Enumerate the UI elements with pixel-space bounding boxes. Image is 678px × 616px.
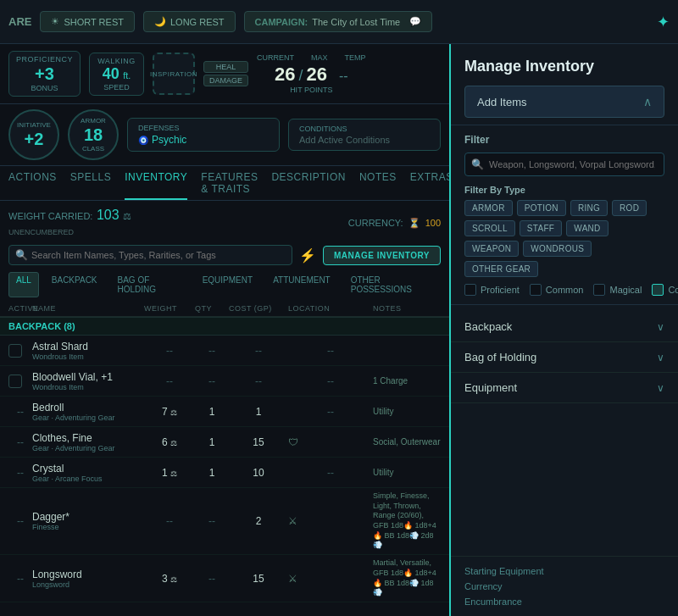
bag-tab-backpack[interactable]: BACKPACK <box>44 272 105 297</box>
type-chip-rod[interactable]: ROD <box>612 200 647 216</box>
add-items-dropdown[interactable]: Add Items ∧ <box>464 86 664 118</box>
heal-button[interactable]: HEAL <box>203 61 248 73</box>
table-row: -- Crystal Gear · Arcane Focus 1 ⚖ 1 10 … <box>0 458 449 488</box>
chevron-up-icon: ∧ <box>643 95 652 108</box>
section-equipment[interactable]: Equipment ∨ <box>451 373 678 403</box>
col-name: NAME <box>32 304 144 313</box>
bag-tab-other-possessions[interactable]: OTHER POSSESSIONS <box>343 272 441 297</box>
top-bar: ARE ☀ SHORT REST 🌙 LONG REST CAMPAIGN: T… <box>0 0 678 44</box>
defenses-box: DEFENSES 🧿 Psychic <box>127 118 280 152</box>
col-active: ACTIVE <box>8 304 32 313</box>
proficiency-box: PROFICIENCY +3 BONUS <box>8 51 81 97</box>
search-row: 🔍 ⚡ MANAGE INVENTORY <box>0 241 449 269</box>
add-items-label: Add Items <box>477 96 527 108</box>
type-chip-scroll[interactable]: SCROLL <box>464 220 515 236</box>
type-chip-other-gear[interactable]: OTHER GEAR <box>464 261 538 277</box>
filter-by-type-title: Filter By Type <box>464 185 664 195</box>
short-rest-icon: ☀ <box>51 16 59 27</box>
backpack-section-header: BACKPACK (8) <box>0 317 449 336</box>
encumbrance-link[interactable]: Encumbrance <box>464 594 664 609</box>
item-checkbox-bloodwell-vial[interactable] <box>8 375 22 388</box>
bag-tab-all[interactable]: ALL <box>8 272 39 297</box>
table-row: Astral Shard Wondrous Item -- -- -- -- <box>0 336 449 366</box>
section-backpack-chevron: ∨ <box>657 321 664 333</box>
filter-search-icon: 🔍 <box>471 158 484 170</box>
tab-notes[interactable]: NOTES <box>359 171 397 200</box>
long-rest-button[interactable]: 🌙 LONG REST <box>143 11 236 32</box>
checkbox-common[interactable]: Common <box>530 284 584 296</box>
type-chip-ring[interactable]: RING <box>570 200 608 216</box>
col-location: LOCATION <box>288 304 373 313</box>
campaign-badge: CAMPAIGN: The City of Lost Time 💬 <box>244 11 433 32</box>
filter-title: Filter <box>464 134 664 146</box>
col-notes: NOTES <box>373 304 441 313</box>
type-chip-armor[interactable]: ARMOR <box>464 200 513 216</box>
filter-search-wrap: 🔍 <box>464 153 664 176</box>
col-weight: WEIGHT <box>144 304 195 313</box>
short-rest-button[interactable]: ☀ SHORT REST <box>40 11 135 32</box>
hp-section: CURRENT MAX TEMP 26 / 26 -- HIT POINTS <box>257 53 366 94</box>
tab-description[interactable]: DESCRIPTION <box>271 171 346 200</box>
table-row: Bloodwell Vial, +1 Wondrous Item -- -- -… <box>0 366 449 397</box>
inspiration-box: INSPIRATION <box>153 53 195 95</box>
bag-tab-equipment[interactable]: EQUIPMENT <box>195 272 260 297</box>
bag-tabs: ALL BACKPACK BAG OF HOLDING EQUIPMENT AT… <box>0 269 449 301</box>
tab-features[interactable]: FEATURES & TRAITS <box>201 171 258 200</box>
search-wrap: 🔍 <box>8 245 292 265</box>
tab-extras[interactable]: EXTRAS <box>410 171 449 200</box>
bag-tab-bag-of-holding[interactable]: BAG OF HOLDING <box>110 272 190 297</box>
sections-list: Backpack ∨ Bag of Holding ∨ Equipment ∨ <box>451 305 678 556</box>
type-chip-weapon[interactable]: WEAPON <box>464 241 519 257</box>
inventory-table-header: ACTIVE NAME WEIGHT QTY COST (GP) LOCATIO… <box>0 301 449 317</box>
tab-actions[interactable]: ACTIONS <box>8 171 57 200</box>
table-row: -- Clothes, Fine Gear · Adventuring Gear… <box>0 427 449 458</box>
checkbox-container[interactable]: Container <box>652 284 678 296</box>
type-chips: ARMOR POTION RING ROD SCROLL STAFF WAND … <box>464 200 664 277</box>
nav-tabs: ACTIONS SPELLS INVENTORY FEATURES & TRAI… <box>0 166 449 201</box>
checkbox-row: Proficient Common Magical Container <box>464 284 664 296</box>
section-bag-chevron: ∨ <box>657 352 664 363</box>
star-icon: ✦ <box>657 13 670 31</box>
initiative-box: INITIATIVE +2 <box>8 109 59 160</box>
main-layout: PROFICIENCY +3 BONUS WALKING 40 ft. SPEE… <box>0 44 678 616</box>
filter-icon[interactable]: ⚡ <box>299 247 316 264</box>
left-panel: PROFICIENCY +3 BONUS WALKING 40 ft. SPEE… <box>0 44 449 616</box>
type-chip-potion[interactable]: POTION <box>517 200 566 216</box>
checkbox-magical[interactable]: Magical <box>593 284 642 296</box>
manage-header: Manage Inventory Add Items ∧ <box>451 44 678 125</box>
col-qty: QTY <box>195 304 229 313</box>
conditions-box: CONDITIONS Add Active Conditions <box>288 119 441 151</box>
table-row: -- Bedroll Gear · Adventuring Gear 7 ⚖ 1… <box>0 397 449 427</box>
tab-inventory[interactable]: INVENTORY <box>125 171 187 200</box>
item-checkbox-astral-shard[interactable] <box>8 344 22 358</box>
col-cost: COST (GP) <box>229 304 288 313</box>
inventory-section: WEIGHT CARRIED: 103 ⚖ UNENCUMBERED CURRE… <box>0 201 449 616</box>
type-chip-wondrous[interactable]: WONDROUS <box>523 241 592 257</box>
section-equipment-chevron: ∨ <box>657 382 664 394</box>
search-input[interactable] <box>8 245 292 265</box>
starting-equipment-link[interactable]: Starting Equipment <box>464 563 664 579</box>
table-row: -- Longsword Longsword 3 ⚖ -- 15 ⚔ Marti… <box>0 555 449 602</box>
checkbox-proficient[interactable]: Proficient <box>464 284 520 296</box>
type-chip-wand[interactable]: WAND <box>566 220 608 236</box>
manage-inventory-panel: Manage Inventory Add Items ∧ Filter 🔍 Fi… <box>449 44 678 616</box>
chat-icon[interactable]: 💬 <box>409 16 421 27</box>
damage-button[interactable]: DAMAGE <box>203 75 248 86</box>
armor-box: ARMOR 18 CLASS <box>68 109 119 160</box>
page-title: ARE <box>8 15 31 28</box>
heal-damage-btns: HEAL DAMAGE <box>203 61 248 86</box>
bag-tab-attunement[interactable]: ATTUNEMENT <box>265 272 338 297</box>
section-backpack[interactable]: Backpack ∨ <box>451 312 678 342</box>
manage-title: Manage Inventory <box>464 58 664 75</box>
type-chip-staff[interactable]: STAFF <box>520 220 562 236</box>
manage-inventory-button[interactable]: MANAGE INVENTORY <box>323 246 441 265</box>
section-bag-of-holding[interactable]: Bag of Holding ∨ <box>451 342 678 373</box>
inventory-header: WEIGHT CARRIED: 103 ⚖ UNENCUMBERED CURRE… <box>0 201 449 241</box>
tab-spells[interactable]: SPELLS <box>70 171 111 200</box>
table-row: -- Dagger* Finesse -- -- 2 ⚔ Simple, Fin… <box>0 488 449 555</box>
long-rest-icon: 🌙 <box>154 16 166 27</box>
currency-link[interactable]: Currency <box>464 579 664 594</box>
filter-search-input[interactable] <box>464 153 664 176</box>
filter-section: Filter 🔍 Filter By Type ARMOR POTION RIN… <box>451 125 678 305</box>
walking-box: WALKING 40 ft. SPEED <box>89 53 144 96</box>
